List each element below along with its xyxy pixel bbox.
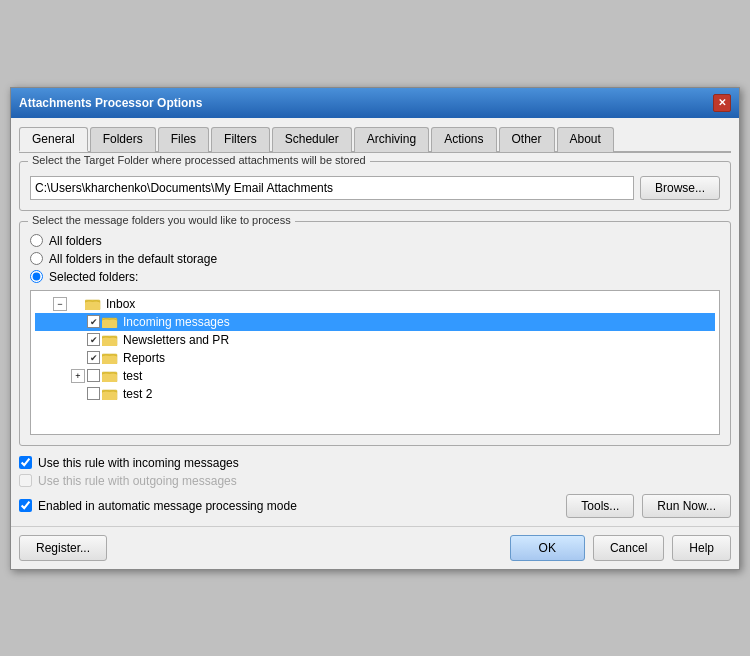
radio-selected-label[interactable]: Selected folders: bbox=[49, 270, 138, 284]
tree-label-reports: Reports bbox=[120, 350, 168, 366]
tree-row-newsletters[interactable]: ✔ Newsletters and PR bbox=[35, 331, 715, 349]
tree-row-reports[interactable]: ✔ Reports bbox=[35, 349, 715, 367]
tree-row-inbox[interactable]: − Inbox bbox=[35, 295, 715, 313]
radio-all-label[interactable]: All folders bbox=[49, 234, 102, 248]
folder-icon-test2 bbox=[102, 387, 118, 400]
tree-check-incoming[interactable]: ✔ bbox=[87, 315, 100, 328]
register-button[interactable]: Register... bbox=[19, 535, 107, 561]
tree-row-test2[interactable]: test 2 bbox=[35, 385, 715, 403]
folder-path-input[interactable] bbox=[30, 176, 634, 200]
auto-check-label[interactable]: Enabled in automatic message processing … bbox=[38, 499, 297, 513]
tree-check-test[interactable] bbox=[87, 369, 100, 382]
tree-label-inbox: Inbox bbox=[103, 296, 138, 312]
tab-bar: General Folders Files Filters Scheduler … bbox=[19, 126, 731, 153]
tree-row-incoming[interactable]: ✔ Incoming messages bbox=[35, 313, 715, 331]
outgoing-checkbox[interactable] bbox=[19, 474, 32, 487]
browse-button[interactable]: Browse... bbox=[640, 176, 720, 200]
folder-tree[interactable]: − Inbox bbox=[30, 290, 720, 435]
main-window: Attachments Processor Options ✕ General … bbox=[10, 87, 740, 570]
footer: Register... OK Cancel Help bbox=[11, 526, 739, 569]
tab-files[interactable]: Files bbox=[158, 127, 209, 152]
tab-archiving[interactable]: Archiving bbox=[354, 127, 429, 152]
tree-label-test2: test 2 bbox=[120, 386, 155, 402]
ok-button[interactable]: OK bbox=[510, 535, 585, 561]
radio-selected-input[interactable] bbox=[30, 270, 43, 283]
folder-icon-newsletters bbox=[102, 333, 118, 346]
tab-other[interactable]: Other bbox=[499, 127, 555, 152]
folder-icon-inbox bbox=[85, 297, 101, 310]
incoming-check-label[interactable]: Use this rule with incoming messages bbox=[38, 456, 239, 470]
svg-rect-7 bbox=[102, 356, 117, 364]
cancel-button[interactable]: Cancel bbox=[593, 535, 664, 561]
tab-filters[interactable]: Filters bbox=[211, 127, 270, 152]
outgoing-check-label: Use this rule with outgoing messages bbox=[38, 474, 237, 488]
folder-icon-test bbox=[102, 369, 118, 382]
tab-scheduler[interactable]: Scheduler bbox=[272, 127, 352, 152]
title-bar-buttons: ✕ bbox=[713, 94, 731, 112]
target-folder-group: Select the Target Folder where processed… bbox=[19, 161, 731, 211]
radio-default-input[interactable] bbox=[30, 252, 43, 265]
message-folders-group: Select the message folders you would lik… bbox=[19, 221, 731, 446]
svg-rect-11 bbox=[102, 392, 117, 400]
auto-checkbox[interactable] bbox=[19, 499, 32, 512]
radio-selected-folders: Selected folders: bbox=[30, 270, 720, 284]
svg-rect-3 bbox=[102, 320, 117, 328]
target-folder-content: Browse... bbox=[30, 176, 720, 200]
tree-check-test2[interactable] bbox=[87, 387, 100, 400]
auto-action-row: Enabled in automatic message processing … bbox=[19, 494, 731, 518]
svg-rect-5 bbox=[102, 338, 117, 346]
message-folders-label: Select the message folders you would lik… bbox=[28, 214, 295, 226]
tree-expander-inbox[interactable]: − bbox=[53, 297, 67, 311]
folder-icon-reports bbox=[102, 351, 118, 364]
folder-path-row: Browse... bbox=[30, 176, 720, 200]
outgoing-check-row: Use this rule with outgoing messages bbox=[19, 474, 731, 488]
window-body: General Folders Files Filters Scheduler … bbox=[11, 118, 739, 526]
run-now-button[interactable]: Run Now... bbox=[642, 494, 731, 518]
tree-check-reports[interactable]: ✔ bbox=[87, 351, 100, 364]
tree-check-newsletters[interactable]: ✔ bbox=[87, 333, 100, 346]
footer-right: OK Cancel Help bbox=[510, 535, 731, 561]
radio-default-storage: All folders in the default storage bbox=[30, 252, 720, 266]
window-title: Attachments Processor Options bbox=[19, 96, 202, 110]
folder-icon-incoming bbox=[102, 315, 118, 328]
tree-label-test: test bbox=[120, 368, 145, 384]
radio-all-folders: All folders bbox=[30, 234, 720, 248]
auto-check-row: Enabled in automatic message processing … bbox=[19, 499, 297, 513]
svg-rect-1 bbox=[85, 302, 100, 310]
incoming-check-row: Use this rule with incoming messages bbox=[19, 456, 731, 470]
svg-rect-9 bbox=[102, 374, 117, 382]
tree-label-newsletters: Newsletters and PR bbox=[120, 332, 232, 348]
tab-about[interactable]: About bbox=[557, 127, 614, 152]
radio-all-input[interactable] bbox=[30, 234, 43, 247]
tree-row-test[interactable]: + test bbox=[35, 367, 715, 385]
tree-label-incoming: Incoming messages bbox=[120, 314, 233, 330]
tree-expander-test[interactable]: + bbox=[71, 369, 85, 383]
radio-default-label[interactable]: All folders in the default storage bbox=[49, 252, 217, 266]
tab-general[interactable]: General bbox=[19, 127, 88, 152]
tab-folders[interactable]: Folders bbox=[90, 127, 156, 152]
title-bar: Attachments Processor Options ✕ bbox=[11, 88, 739, 118]
close-button[interactable]: ✕ bbox=[713, 94, 731, 112]
help-button[interactable]: Help bbox=[672, 535, 731, 561]
tab-actions[interactable]: Actions bbox=[431, 127, 496, 152]
target-folder-label: Select the Target Folder where processed… bbox=[28, 154, 370, 166]
message-folders-content: All folders All folders in the default s… bbox=[30, 234, 720, 435]
tools-button[interactable]: Tools... bbox=[566, 494, 634, 518]
incoming-checkbox[interactable] bbox=[19, 456, 32, 469]
